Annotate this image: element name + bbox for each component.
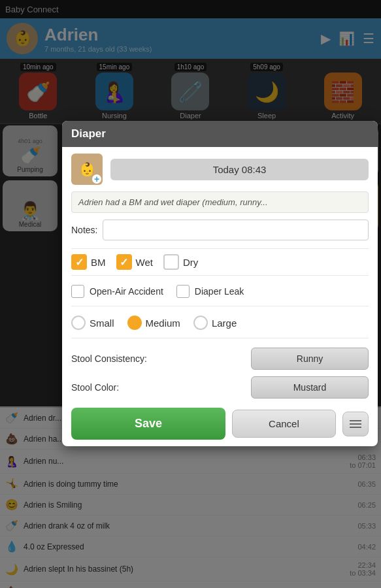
stool-consistency-label: Stool Consistency: bbox=[71, 353, 147, 364]
extra-checkboxes-row: Open-Air Accident Diaper Leak bbox=[71, 285, 369, 306]
diaper-dialog: Diaper 👶 + Today 08:43 Adrien had a BM a… bbox=[62, 121, 378, 446]
dry-checkbox[interactable] bbox=[163, 254, 179, 270]
large-label: Large bbox=[212, 318, 237, 329]
dialog-summary: Adrien had a BM and wet diaper (medium, … bbox=[71, 191, 369, 213]
notes-input[interactable] bbox=[103, 220, 369, 240]
action-buttons: Save Cancel bbox=[71, 408, 369, 440]
diaper-type-checkboxes: ✓ BM ✓ Wet Dry bbox=[71, 248, 369, 276]
bm-checkbox[interactable]: ✓ bbox=[71, 254, 87, 270]
large-radio[interactable] bbox=[193, 316, 208, 330]
stool-color-button[interactable]: Mustard bbox=[251, 376, 369, 399]
wet-checkmark: ✓ bbox=[120, 256, 128, 269]
notes-row: Notes: bbox=[71, 220, 369, 240]
add-photo-icon[interactable]: + bbox=[92, 174, 101, 184]
open-air-label: Open-Air Accident bbox=[90, 286, 163, 297]
save-button[interactable]: Save bbox=[71, 408, 225, 440]
open-air-checkbox[interactable] bbox=[71, 285, 84, 298]
dry-label: Dry bbox=[183, 257, 198, 268]
bm-label: BM bbox=[91, 257, 106, 268]
dialog-avatar[interactable]: 👶 + bbox=[71, 154, 103, 185]
wet-checkbox-item[interactable]: ✓ Wet bbox=[116, 254, 153, 270]
dialog-header: Diaper bbox=[62, 121, 378, 147]
stool-consistency-button[interactable]: Runny bbox=[251, 348, 369, 370]
size-radio-row: Small Medium Large bbox=[71, 316, 369, 338]
diaper-leak-item[interactable]: Diaper Leak bbox=[176, 285, 244, 298]
large-radio-item[interactable]: Large bbox=[193, 316, 237, 330]
dry-checkbox-item[interactable]: Dry bbox=[163, 254, 198, 270]
dialog-title: Diaper bbox=[71, 127, 106, 140]
notes-label: Notes: bbox=[71, 225, 97, 235]
medium-radio-item[interactable]: Medium bbox=[127, 316, 180, 330]
wet-label: Wet bbox=[136, 257, 153, 268]
list-view-button[interactable] bbox=[342, 412, 369, 436]
date-picker-button[interactable]: Today 08:43 bbox=[110, 159, 369, 180]
stool-color-row: Stool Color: Mustard bbox=[71, 376, 369, 399]
diaper-leak-checkbox[interactable] bbox=[176, 285, 190, 298]
dialog-body: 👶 + Today 08:43 Adrien had a BM and wet … bbox=[62, 147, 378, 446]
wet-checkbox[interactable]: ✓ bbox=[116, 254, 132, 270]
list-icon bbox=[350, 420, 361, 428]
dialog-top-row: 👶 + Today 08:43 bbox=[71, 154, 369, 185]
bm-checkbox-item[interactable]: ✓ BM bbox=[71, 254, 106, 270]
diaper-leak-label: Diaper Leak bbox=[195, 286, 244, 297]
small-radio[interactable] bbox=[71, 316, 86, 330]
bm-checkmark: ✓ bbox=[75, 256, 84, 269]
small-label: Small bbox=[90, 318, 114, 329]
cancel-button[interactable]: Cancel bbox=[232, 410, 336, 438]
open-air-item[interactable]: Open-Air Accident bbox=[71, 285, 163, 298]
medium-radio[interactable] bbox=[127, 316, 142, 330]
stool-color-label: Stool Color: bbox=[71, 382, 119, 393]
stool-consistency-row: Stool Consistency: Runny bbox=[71, 348, 369, 370]
small-radio-item[interactable]: Small bbox=[71, 316, 114, 330]
medium-label: Medium bbox=[146, 318, 180, 329]
